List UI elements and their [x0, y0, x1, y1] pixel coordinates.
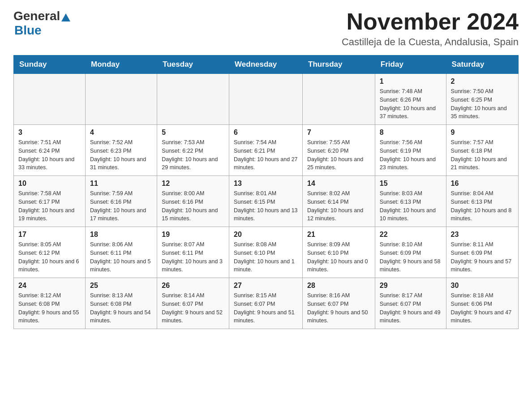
day-number: 1 [380, 77, 442, 86]
page-header: General Blue November 2024 Castilleja de… [13, 9, 519, 48]
day-info: Sunrise: 7:52 AM Sunset: 6:23 PM Dayligh… [90, 138, 152, 172]
day-number: 24 [18, 282, 81, 290]
calendar-table: SundayMondayTuesdayWednesdayThursdayFrid… [13, 55, 519, 329]
day-info: Sunrise: 7:48 AM Sunset: 6:26 PM Dayligh… [380, 87, 442, 121]
day-number: 9 [451, 128, 514, 137]
day-number: 26 [162, 282, 224, 290]
calendar-header-sunday: Sunday [14, 56, 86, 74]
day-info: Sunrise: 7:58 AM Sunset: 6:17 PM Dayligh… [18, 189, 81, 223]
calendar-cell: 3Sunrise: 7:51 AM Sunset: 6:24 PM Daylig… [14, 125, 86, 176]
day-info: Sunrise: 8:18 AM Sunset: 6:06 PM Dayligh… [451, 291, 514, 325]
day-info: Sunrise: 8:05 AM Sunset: 6:12 PM Dayligh… [18, 240, 81, 274]
day-number: 29 [380, 282, 442, 290]
day-number: 5 [162, 128, 224, 137]
day-info: Sunrise: 8:17 AM Sunset: 6:07 PM Dayligh… [380, 291, 442, 325]
day-info: Sunrise: 7:59 AM Sunset: 6:16 PM Dayligh… [90, 189, 152, 223]
day-info: Sunrise: 8:12 AM Sunset: 6:08 PM Dayligh… [18, 291, 81, 325]
day-number: 13 [234, 180, 298, 188]
day-number: 6 [234, 128, 298, 137]
calendar-cell: 16Sunrise: 8:04 AM Sunset: 6:13 PM Dayli… [446, 176, 518, 227]
day-number: 20 [234, 231, 298, 239]
calendar-cell: 15Sunrise: 8:03 AM Sunset: 6:13 PM Dayli… [375, 176, 446, 227]
logo: General Blue [13, 9, 70, 38]
calendar-cell: 7Sunrise: 7:55 AM Sunset: 6:20 PM Daylig… [303, 125, 375, 176]
calendar-cell: 19Sunrise: 8:07 AM Sunset: 6:11 PM Dayli… [157, 227, 229, 278]
day-info: Sunrise: 8:08 AM Sunset: 6:10 PM Dayligh… [234, 240, 298, 274]
day-number: 19 [162, 231, 224, 239]
calendar-cell [86, 74, 157, 125]
calendar-cell: 12Sunrise: 8:00 AM Sunset: 6:16 PM Dayli… [157, 176, 229, 227]
logo-triangle-icon [61, 13, 70, 21]
calendar-cell: 25Sunrise: 8:13 AM Sunset: 6:08 PM Dayli… [86, 278, 157, 329]
day-number: 30 [451, 282, 514, 290]
day-info: Sunrise: 8:15 AM Sunset: 6:07 PM Dayligh… [234, 291, 298, 325]
day-number: 12 [162, 180, 224, 188]
day-info: Sunrise: 8:09 AM Sunset: 6:10 PM Dayligh… [307, 240, 370, 274]
calendar-cell: 18Sunrise: 8:06 AM Sunset: 6:11 PM Dayli… [86, 227, 157, 278]
day-info: Sunrise: 7:50 AM Sunset: 6:25 PM Dayligh… [451, 87, 514, 121]
calendar-header-wednesday: Wednesday [229, 56, 303, 74]
calendar-cell: 20Sunrise: 8:08 AM Sunset: 6:10 PM Dayli… [229, 227, 303, 278]
calendar-week-row: 1Sunrise: 7:48 AM Sunset: 6:26 PM Daylig… [14, 74, 519, 125]
calendar-cell: 28Sunrise: 8:16 AM Sunset: 6:07 PM Dayli… [303, 278, 375, 329]
location-title: Castilleja de la Cuesta, Andalusia, Spai… [342, 36, 519, 48]
calendar-cell: 26Sunrise: 8:14 AM Sunset: 6:07 PM Dayli… [157, 278, 229, 329]
calendar-cell: 9Sunrise: 7:57 AM Sunset: 6:18 PM Daylig… [446, 125, 518, 176]
day-info: Sunrise: 8:04 AM Sunset: 6:13 PM Dayligh… [451, 189, 514, 223]
month-title: November 2024 [342, 9, 519, 34]
day-info: Sunrise: 8:13 AM Sunset: 6:08 PM Dayligh… [90, 291, 152, 325]
calendar-week-row: 17Sunrise: 8:05 AM Sunset: 6:12 PM Dayli… [14, 227, 519, 278]
day-number: 17 [18, 231, 81, 239]
day-number: 7 [307, 128, 370, 137]
calendar-cell: 13Sunrise: 8:01 AM Sunset: 6:15 PM Dayli… [229, 176, 303, 227]
calendar-header-row: SundayMondayTuesdayWednesdayThursdayFrid… [14, 56, 519, 74]
calendar-cell [229, 74, 303, 125]
day-info: Sunrise: 7:53 AM Sunset: 6:22 PM Dayligh… [162, 138, 224, 172]
day-info: Sunrise: 7:56 AM Sunset: 6:19 PM Dayligh… [380, 138, 442, 172]
day-info: Sunrise: 8:16 AM Sunset: 6:07 PM Dayligh… [307, 291, 370, 325]
day-number: 8 [380, 128, 442, 137]
day-number: 22 [380, 231, 442, 239]
calendar-cell: 23Sunrise: 8:11 AM Sunset: 6:09 PM Dayli… [446, 227, 518, 278]
calendar-week-row: 24Sunrise: 8:12 AM Sunset: 6:08 PM Dayli… [14, 278, 519, 329]
day-info: Sunrise: 8:01 AM Sunset: 6:15 PM Dayligh… [234, 189, 298, 223]
day-number: 21 [307, 231, 370, 239]
day-number: 2 [451, 77, 514, 86]
calendar-week-row: 3Sunrise: 7:51 AM Sunset: 6:24 PM Daylig… [14, 125, 519, 176]
day-number: 4 [90, 128, 152, 137]
calendar-cell: 2Sunrise: 7:50 AM Sunset: 6:25 PM Daylig… [446, 74, 518, 125]
calendar-header-monday: Monday [86, 56, 157, 74]
day-info: Sunrise: 8:02 AM Sunset: 6:14 PM Dayligh… [307, 189, 370, 223]
day-info: Sunrise: 8:11 AM Sunset: 6:09 PM Dayligh… [451, 240, 514, 274]
calendar-header-saturday: Saturday [446, 56, 518, 74]
day-number: 27 [234, 282, 298, 290]
day-number: 16 [451, 180, 514, 188]
calendar-cell [157, 74, 229, 125]
day-number: 28 [307, 282, 370, 290]
calendar-cell: 8Sunrise: 7:56 AM Sunset: 6:19 PM Daylig… [375, 125, 446, 176]
calendar-cell: 10Sunrise: 7:58 AM Sunset: 6:17 PM Dayli… [14, 176, 86, 227]
calendar-header-thursday: Thursday [303, 56, 375, 74]
logo-general-text: General [13, 9, 60, 23]
day-number: 14 [307, 180, 370, 188]
day-info: Sunrise: 7:51 AM Sunset: 6:24 PM Dayligh… [18, 138, 81, 172]
day-info: Sunrise: 7:57 AM Sunset: 6:18 PM Dayligh… [451, 138, 514, 172]
day-info: Sunrise: 8:10 AM Sunset: 6:09 PM Dayligh… [380, 240, 442, 274]
calendar-cell: 29Sunrise: 8:17 AM Sunset: 6:07 PM Dayli… [375, 278, 446, 329]
day-info: Sunrise: 8:07 AM Sunset: 6:11 PM Dayligh… [162, 240, 224, 274]
day-number: 3 [18, 128, 81, 137]
calendar-header-friday: Friday [375, 56, 446, 74]
calendar-cell: 11Sunrise: 7:59 AM Sunset: 6:16 PM Dayli… [86, 176, 157, 227]
day-number: 11 [90, 180, 152, 188]
logo-blue-text: Blue [14, 23, 70, 38]
title-section: November 2024 Castilleja de la Cuesta, A… [342, 9, 519, 48]
calendar-cell: 14Sunrise: 8:02 AM Sunset: 6:14 PM Dayli… [303, 176, 375, 227]
calendar-cell: 1Sunrise: 7:48 AM Sunset: 6:26 PM Daylig… [375, 74, 446, 125]
calendar-cell: 24Sunrise: 8:12 AM Sunset: 6:08 PM Dayli… [14, 278, 86, 329]
day-number: 15 [380, 180, 442, 188]
day-info: Sunrise: 7:54 AM Sunset: 6:21 PM Dayligh… [234, 138, 298, 172]
calendar-cell: 17Sunrise: 8:05 AM Sunset: 6:12 PM Dayli… [14, 227, 86, 278]
calendar-header-tuesday: Tuesday [157, 56, 229, 74]
calendar-cell [14, 74, 86, 125]
day-info: Sunrise: 8:00 AM Sunset: 6:16 PM Dayligh… [162, 189, 224, 223]
